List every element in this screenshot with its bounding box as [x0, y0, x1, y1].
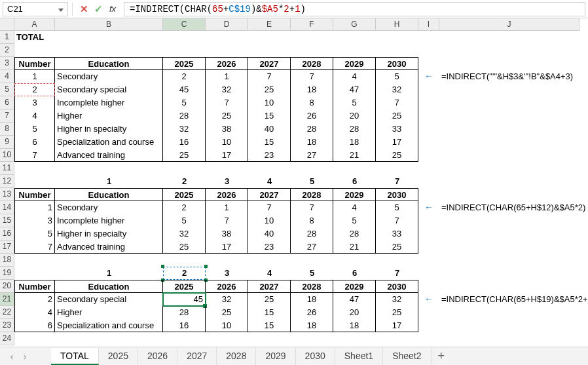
cell[interactable]: 2	[14, 293, 55, 306]
cell[interactable]	[14, 44, 55, 57]
cell[interactable]	[439, 319, 579, 332]
cell-education-header[interactable]: Education	[55, 57, 163, 70]
confirm-button[interactable]: ✓	[91, 2, 105, 16]
row-header-10[interactable]: 10	[0, 149, 14, 162]
cell[interactable]	[14, 162, 55, 175]
cell[interactable]	[439, 162, 579, 175]
next-sheet-button[interactable]: ›	[18, 351, 31, 362]
cell[interactable]: 26	[291, 306, 333, 319]
cell[interactable]: 7	[376, 96, 418, 109]
cell[interactable]	[376, 162, 418, 175]
cell[interactable]: 28	[163, 109, 206, 123]
row-header-23[interactable]: 23	[0, 319, 14, 332]
cell[interactable]: 40	[248, 227, 291, 240]
cell[interactable]	[55, 254, 163, 267]
row-header-12[interactable]: 12	[0, 175, 14, 188]
row-header-8[interactable]: 8	[0, 123, 14, 136]
cell[interactable]: 28	[333, 123, 376, 136]
cell[interactable]	[163, 332, 206, 345]
cell[interactable]	[418, 254, 439, 267]
row-header-24[interactable]: 24	[0, 332, 14, 345]
cancel-button[interactable]: ✕	[77, 2, 91, 16]
cell[interactable]	[248, 31, 291, 44]
cell[interactable]: 17	[376, 136, 418, 149]
cell[interactable]: 10	[248, 214, 291, 227]
cell[interactable]: 25	[163, 240, 206, 254]
formula-hint[interactable]: =INDIRECT("'"&H$3&"'!B"&$A4+3)	[439, 70, 579, 83]
cell[interactable]	[376, 44, 418, 57]
cell[interactable]	[439, 31, 579, 44]
cell[interactable]: Advanced training	[55, 149, 163, 162]
row-header-5[interactable]: 5	[0, 83, 14, 96]
sheet-tab-2030[interactable]: 2030	[296, 348, 335, 365]
cell[interactable]: 4	[14, 306, 55, 319]
cell[interactable]: 17	[206, 240, 248, 254]
formula-hint[interactable]: =INDIRECT(CHAR(65+H$19)&$A5*2+1)	[439, 293, 579, 306]
cell[interactable]: 15	[248, 136, 291, 149]
cell[interactable]	[418, 332, 439, 345]
cell[interactable]: 47	[333, 293, 376, 306]
cell[interactable]: Higher in specialty	[55, 227, 163, 240]
cell[interactable]	[333, 31, 376, 44]
cell[interactable]: Specialization and course	[55, 319, 163, 332]
cell[interactable]: Incomplete higher	[55, 96, 163, 109]
cell[interactable]	[418, 306, 439, 319]
row-header-9[interactable]: 9	[0, 136, 14, 149]
cell[interactable]: 5	[14, 123, 55, 136]
cell-year-header[interactable]: 2025	[163, 280, 206, 293]
cell[interactable]	[55, 44, 163, 57]
cell[interactable]: Secondary special	[55, 293, 163, 306]
cell[interactable]: 18	[291, 319, 333, 332]
fx-button[interactable]: fx	[105, 2, 120, 16]
cell[interactable]: 27	[291, 149, 333, 162]
cell-year-header[interactable]: 2025	[163, 57, 206, 70]
cell[interactable]	[418, 175, 439, 188]
cell[interactable]: 3	[206, 175, 248, 188]
cell[interactable]	[418, 240, 439, 254]
cell[interactable]	[439, 306, 579, 319]
cell[interactable]	[291, 31, 333, 44]
cell[interactable]: 1	[55, 267, 163, 280]
cell[interactable]: 25	[163, 149, 206, 162]
cell[interactable]	[14, 254, 55, 267]
cell[interactable]	[439, 83, 579, 96]
cell[interactable]	[418, 319, 439, 332]
cell[interactable]	[291, 254, 333, 267]
cell[interactable]	[418, 57, 439, 70]
cell[interactable]	[418, 136, 439, 149]
cell[interactable]: 5	[163, 214, 206, 227]
cell[interactable]: 7	[248, 70, 291, 83]
cell[interactable]: 1	[14, 70, 55, 83]
cell[interactable]: 4	[248, 267, 291, 280]
cell-number-header[interactable]: Number	[14, 280, 55, 293]
sheet-tab-sheet1[interactable]: Sheet1	[335, 348, 383, 365]
add-sheet-button[interactable]: +	[432, 349, 452, 363]
cell[interactable]	[206, 162, 248, 175]
cell-year-header[interactable]: 2027	[248, 57, 291, 70]
cell[interactable]: 33	[376, 227, 418, 240]
sheet-tab-2027[interactable]: 2027	[177, 348, 217, 365]
cell[interactable]: 16	[163, 319, 206, 332]
cell[interactable]	[248, 254, 291, 267]
cell[interactable]	[333, 44, 376, 57]
cell[interactable]: Secondary special	[55, 83, 163, 96]
cell[interactable]	[439, 149, 579, 162]
col-header-j[interactable]: J	[439, 18, 579, 31]
cell[interactable]: 6	[14, 136, 55, 149]
cell[interactable]	[376, 332, 418, 345]
cell[interactable]: 10	[206, 136, 248, 149]
cell[interactable]	[418, 188, 439, 201]
cell[interactable]: 4	[248, 175, 291, 188]
cell[interactable]: 15	[248, 109, 291, 123]
cell[interactable]: 47	[333, 83, 376, 96]
cell[interactable]	[376, 254, 418, 267]
cell[interactable]: 4	[333, 70, 376, 83]
cell[interactable]	[439, 332, 579, 345]
cell[interactable]: 6	[14, 319, 55, 332]
cell[interactable]: Incomplete higher	[55, 214, 163, 227]
sheet-tab-2028[interactable]: 2028	[217, 348, 256, 365]
row-header-2[interactable]: 2	[0, 44, 14, 57]
cell[interactable]: 8	[291, 96, 333, 109]
cell[interactable]	[55, 332, 163, 345]
cell[interactable]	[418, 109, 439, 123]
